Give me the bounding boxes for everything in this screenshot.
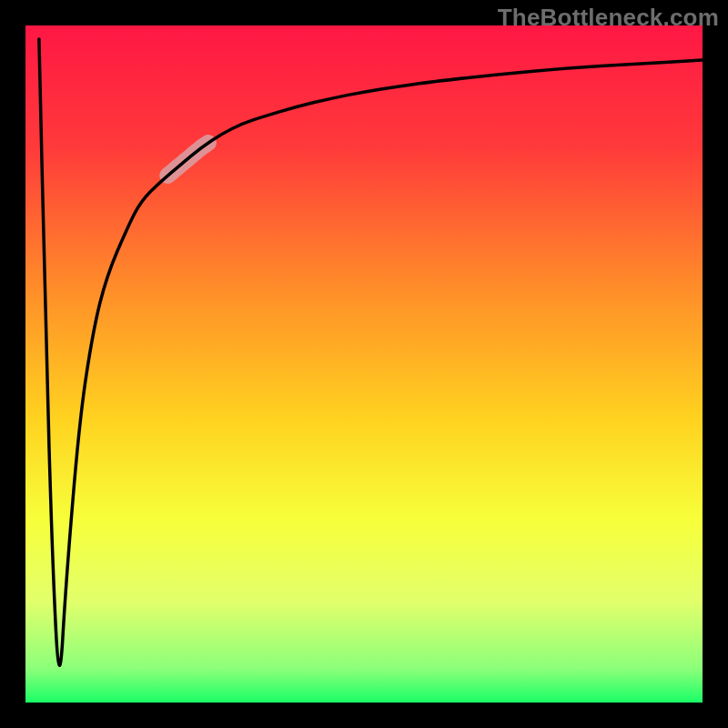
bottleneck-chart (0, 0, 728, 728)
watermark-text: TheBottleneck.com (498, 4, 719, 32)
plot-background (25, 25, 703, 703)
